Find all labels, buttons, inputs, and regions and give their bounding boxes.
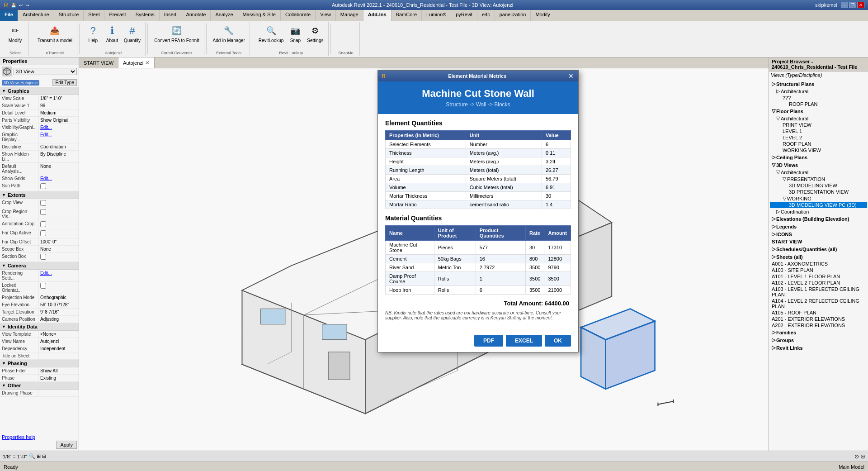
excel-button[interactable]: EXCEL xyxy=(506,335,542,347)
tab-architecture[interactable]: Architecture xyxy=(18,10,54,21)
tab-start-view[interactable]: START VIEW xyxy=(79,57,118,68)
far-clip-active-checkbox[interactable] xyxy=(40,230,46,236)
section-graphics[interactable]: ▼ Graphics xyxy=(0,87,79,95)
pb-a102[interactable]: A102 - LEVEL 2 FLOOR PLAN xyxy=(770,280,867,286)
ok-button[interactable]: OK xyxy=(545,335,571,347)
pdf-button[interactable]: PDF xyxy=(474,335,503,347)
pb-revit-links[interactable]: ▷ Revit Links xyxy=(770,344,867,352)
pb-groups[interactable]: ▷ Groups xyxy=(770,336,867,344)
pb-a103[interactable]: A103 - LEVEL 1 REFLECTED CEILING PLAN xyxy=(770,286,867,298)
snap-button[interactable]: 📷 Snap xyxy=(286,23,304,44)
pb-schedules[interactable]: ▷ Schedules/Quantities (all) xyxy=(770,245,867,253)
restore-button[interactable]: ❐ xyxy=(849,2,856,8)
tab-close-icon[interactable]: ✕ xyxy=(145,60,150,66)
tab-manage[interactable]: Manage xyxy=(336,10,363,21)
pb-architectural-floor[interactable]: ▽ Architectural xyxy=(770,115,867,122)
pb-floor-plans[interactable]: ▽ Floor Plans xyxy=(770,107,867,115)
pb-coordination[interactable]: ▷ Coordination xyxy=(770,208,867,215)
pb-item-roof-plan-structural[interactable]: ROOF PLAN xyxy=(770,101,867,107)
properties-help-link[interactable]: Properties help xyxy=(2,434,35,440)
pb-elevations[interactable]: ▷ Elevations (Building Elevation) xyxy=(770,215,867,223)
tab-collaborate[interactable]: Collaborate xyxy=(281,10,316,21)
crop-view-checkbox[interactable] xyxy=(40,200,46,206)
pb-3d-modeling-view[interactable]: 3D MODELING VIEW xyxy=(770,182,867,189)
pb-print-view[interactable]: PRINT VIEW xyxy=(770,122,867,128)
sun-path-checkbox[interactable] xyxy=(40,183,46,189)
pb-a104[interactable]: A104 - LEVEL 2 REFLECTED CEILING PLAN xyxy=(770,298,867,309)
pb-working-3d[interactable]: ▽ WORKING xyxy=(770,195,867,202)
section-box-checkbox[interactable] xyxy=(40,254,46,260)
pb-a001[interactable]: A001 - AXONOMETRICS xyxy=(770,261,867,267)
tab-steel[interactable]: Steel xyxy=(84,10,104,21)
revitlookup-button[interactable]: 🔍 RevitLookup xyxy=(257,23,286,44)
pb-3d-presentation-view[interactable]: 3D PRESENTATION VIEW xyxy=(770,189,867,195)
pb-item-qqq[interactable]: ??? xyxy=(770,95,867,101)
apply-button[interactable]: Apply xyxy=(56,441,77,449)
tab-modify[interactable]: Modify xyxy=(531,10,555,21)
settings-button[interactable]: ⚙ Settings xyxy=(305,23,325,44)
dialog-close-button[interactable]: ✕ xyxy=(567,72,575,80)
pb-icons[interactable]: ▷ ICONS xyxy=(770,230,867,238)
section-other[interactable]: ▼ Other xyxy=(0,382,79,390)
tab-precast[interactable]: Precast xyxy=(104,10,131,21)
pb-families[interactable]: ▷ Families xyxy=(770,328,867,336)
pb-level-2[interactable]: LEVEL 2 xyxy=(770,134,867,141)
section-extents[interactable]: ▼ Extents xyxy=(0,191,79,199)
tab-massing[interactable]: Massing & Site xyxy=(238,10,281,21)
steering-wheel-icon[interactable]: ◎ xyxy=(861,453,865,459)
pb-3d-views[interactable]: ▽ 3D Views xyxy=(770,161,867,169)
pb-sheets[interactable]: ▷ Sheets (all) xyxy=(770,253,867,261)
pb-start-view[interactable]: START VIEW xyxy=(770,238,867,245)
tab-pyrevit[interactable]: pyRevit xyxy=(451,10,477,21)
quantify-button[interactable]: # Quantify xyxy=(122,23,142,44)
tab-insert[interactable]: Insert xyxy=(160,10,182,21)
close-button[interactable]: ✕ xyxy=(857,2,864,8)
tab-analyze[interactable]: Analyze xyxy=(211,10,238,21)
convert-rfa-button[interactable]: 🔄 Convert RFA to FormIt xyxy=(152,23,201,44)
pb-structural-plans[interactable]: ▷ Structural Plans xyxy=(770,80,867,88)
tab-bamcore[interactable]: BamCore xyxy=(392,10,422,21)
addin-manager-button[interactable]: 🔧 Add-in Manager xyxy=(211,23,247,44)
locked-orient-checkbox[interactable] xyxy=(40,283,46,289)
pb-level-1[interactable]: LEVEL 1 xyxy=(770,128,867,134)
tab-annotate[interactable]: Annotate xyxy=(181,10,211,21)
tab-panelization[interactable]: panelization xyxy=(495,10,531,21)
pb-presentation[interactable]: ▽ PRESENTATION xyxy=(770,176,867,182)
pb-architectural-3d[interactable]: ▽ Architectural xyxy=(770,169,867,176)
pb-a101[interactable]: A101 - LEVEL 1 FLOOR PLAN xyxy=(770,273,867,280)
help-button[interactable]: ? Help xyxy=(84,23,102,44)
house-icon[interactable]: ⊞ xyxy=(37,453,41,459)
zoom-icon[interactable]: 🔍 xyxy=(29,453,35,459)
pb-architectural-structural[interactable]: ▷ Architectural xyxy=(770,88,867,95)
pb-a201[interactable]: A201 - EXTERIOR ELEVATIONS xyxy=(770,316,867,322)
pb-a100[interactable]: A100 - SITE PLAN xyxy=(770,267,867,273)
pb-roof-plan[interactable]: ROOF PLAN xyxy=(770,141,867,147)
tab-file[interactable]: File xyxy=(0,10,18,21)
modify-button[interactable]: ✏ Modify xyxy=(6,23,24,44)
transmit-button[interactable]: 📤 Transmit a model xyxy=(36,23,74,44)
pb-a202[interactable]: A202 - EXTERIOR ELEVATIONS xyxy=(770,322,867,328)
section-phasing[interactable]: ▼ Phasing xyxy=(0,360,79,367)
section-camera[interactable]: ▼ Camera xyxy=(0,262,79,270)
tab-view[interactable]: View xyxy=(316,10,336,21)
tab-lumion[interactable]: Lumion® xyxy=(422,10,451,21)
edit-type-button[interactable]: Edit Type xyxy=(52,79,77,86)
fit-icon[interactable]: ⊟ xyxy=(42,453,46,459)
tab-autojenzi[interactable]: Autojenzi ✕ xyxy=(118,57,155,68)
tab-add-ins[interactable]: Add-Ins xyxy=(363,10,392,21)
nav-wheel-icon[interactable]: ⊙ xyxy=(854,453,859,460)
about-button[interactable]: ℹ About xyxy=(103,23,121,44)
pb-legends[interactable]: ▷ Legends xyxy=(770,223,867,230)
view-type-select[interactable]: 3D View xyxy=(14,68,77,75)
pb-a105[interactable]: A105 - ROOF PLAN xyxy=(770,309,867,316)
tab-systems[interactable]: Systems xyxy=(131,10,160,21)
pb-ceiling-plans[interactable]: ▷ Ceiling Plans xyxy=(770,153,867,161)
section-identity-data[interactable]: ▼ Identity Data xyxy=(0,323,79,331)
pb-3d-modeling-view-pc[interactable]: 3D MODELING VIEW PC (3D) xyxy=(770,202,867,208)
crop-region-checkbox[interactable] xyxy=(40,209,46,215)
element-material-dialog[interactable]: R Element Material Metrics ✕ Machine Cut… xyxy=(377,70,579,352)
tab-e4c[interactable]: e4c xyxy=(477,10,495,21)
annotation-crop-checkbox[interactable] xyxy=(40,221,46,227)
tab-structure[interactable]: Structure xyxy=(54,10,84,21)
minimize-button[interactable]: − xyxy=(841,2,848,8)
